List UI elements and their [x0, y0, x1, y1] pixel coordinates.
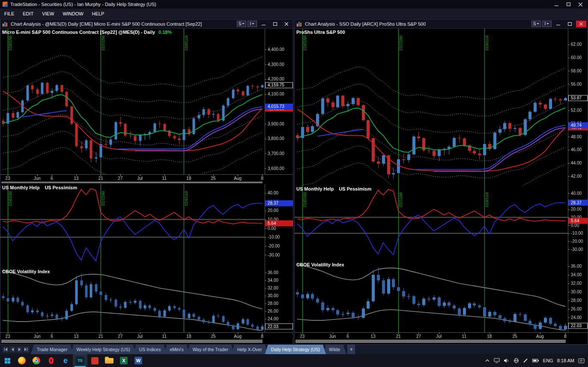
- sso-oscillator-panel: US Monthly HelpUS Pessimism: [295, 185, 588, 261]
- screen: TradeStation - Securities (US) - Ian Mur…: [0, 0, 588, 367]
- app-restore-button[interactable]: [562, 0, 574, 8]
- chevron-up-icon[interactable]: [485, 358, 490, 363]
- maximize-button[interactable]: [270, 21, 280, 27]
- battery-icon[interactable]: [532, 358, 539, 363]
- volume-icon[interactable]: [504, 358, 510, 363]
- style-button[interactable]: S: [237, 21, 246, 27]
- app-titlebar: TradeStation - Securities (US) - Ian Mur…: [0, 0, 588, 9]
- scrollbar-thumb[interactable]: [1, 182, 263, 183]
- workspace: Chart Analysis - @MES(D) Daily [CME] Mic…: [0, 19, 588, 345]
- minimize-icon: [556, 25, 560, 25]
- horizontal-scrollbar[interactable]: [295, 339, 588, 344]
- mes-price-chart[interactable]: [0, 29, 293, 174]
- tab-scroll-prev-button[interactable]: [9, 346, 15, 352]
- horizontal-scrollbar[interactable]: [0, 339, 293, 344]
- app-minimize-button[interactable]: [550, 0, 562, 8]
- minimize-button[interactable]: [258, 21, 269, 27]
- tab-scroll-first-button[interactable]: [3, 346, 9, 352]
- tab-way-of-the-trader[interactable]: Way of the Trader: [187, 345, 234, 354]
- windows-logo-icon: [5, 358, 10, 364]
- monitor-icon[interactable]: [494, 358, 500, 363]
- workspace-tabbar: Trade Manager Weekly Help Strategy (US) …: [0, 345, 588, 354]
- minimize-icon: [555, 6, 558, 6]
- tab-wilde[interactable]: Wilde: [323, 345, 346, 354]
- chevron-down-icon: [537, 23, 539, 24]
- style-button[interactable]: S: [531, 21, 541, 27]
- taskbar-red-app-icon[interactable]: [87, 354, 102, 367]
- tab-scroll-next-button[interactable]: [16, 346, 22, 352]
- edge-icon: e: [63, 357, 68, 364]
- minimize-button[interactable]: [553, 21, 563, 27]
- chevron-down-icon: [242, 23, 245, 24]
- tradestation-icon: TS: [76, 356, 84, 365]
- taskbar-word-icon[interactable]: W: [131, 354, 146, 367]
- arrow-right-icon: [18, 348, 21, 351]
- word-icon: W: [134, 357, 142, 364]
- app-close-button[interactable]: [574, 0, 586, 8]
- language-indicator[interactable]: ENG: [543, 358, 553, 363]
- excel-icon: X: [120, 357, 128, 364]
- pen-icon[interactable]: [523, 358, 528, 363]
- menu-view[interactable]: VIEW: [38, 9, 58, 18]
- chevron-down-icon: [546, 23, 549, 24]
- taskbar-chrome-icon[interactable]: [29, 354, 44, 367]
- date-axis: [0, 332, 293, 339]
- scrollbar-thumb[interactable]: [1, 340, 263, 343]
- new-tab-button[interactable]: +: [347, 345, 355, 354]
- menu-help[interactable]: HELP: [88, 9, 109, 18]
- restore-icon: [567, 3, 570, 6]
- chart-analysis-icon: [297, 21, 303, 27]
- tab-daily-help-strategy[interactable]: Daily Help Strategy (US): [265, 345, 326, 354]
- interval-button[interactable]: I: [248, 21, 257, 27]
- chevron-down-icon: [252, 23, 254, 24]
- vix-chart[interactable]: [295, 261, 588, 332]
- tab-weekly-help-strategy[interactable]: Weekly Help Strategy (US): [70, 345, 136, 354]
- vix-chart[interactable]: [0, 268, 293, 332]
- windows-taskbar: e TS X W ENG 8:18 AM: [0, 354, 588, 367]
- system-tray: ENG 8:18 AM: [485, 358, 588, 364]
- app-title: TradeStation - Securities (US) - Ian Mur…: [10, 2, 156, 7]
- menu-edit[interactable]: EDIT: [18, 9, 38, 18]
- tab-trade-manager[interactable]: Trade Manager: [31, 345, 73, 354]
- maximize-icon: [273, 22, 277, 26]
- tab-us-indices[interactable]: US Indices: [133, 345, 167, 354]
- minimize-icon: [262, 25, 266, 25]
- close-button[interactable]: [281, 21, 292, 27]
- opera-icon: [49, 357, 54, 364]
- taskbar-opera-icon[interactable]: [44, 354, 58, 367]
- folder-icon: [105, 358, 113, 364]
- mes-vix-panel: CBOE Volatility Index: [0, 268, 293, 332]
- mes-price-panel: Micro E-mini S&P 500 Continuous Contract…: [0, 29, 293, 174]
- taskbar-excel-icon[interactable]: X: [116, 354, 131, 367]
- taskbar-file-explorer-icon[interactable]: [102, 354, 116, 367]
- tab-eminis[interactable]: eMini's: [164, 345, 189, 354]
- tradestation-logo-icon: [3, 2, 8, 7]
- oscillator-chart[interactable]: [0, 184, 293, 268]
- taskbar-firefox-icon[interactable]: [15, 354, 29, 367]
- sso-window-titlebar: Chart Analysis - SSO Daily [ARCX] ProShs…: [295, 19, 588, 29]
- taskbar-tradestation-icon[interactable]: TS: [73, 354, 87, 367]
- chart-analysis-icon: [3, 21, 9, 27]
- date-axis: [295, 332, 588, 339]
- clock[interactable]: 8:18 AM: [557, 358, 574, 363]
- sso-price-chart[interactable]: [295, 29, 588, 185]
- horizontal-scrollbar[interactable]: [0, 181, 293, 184]
- menu-file[interactable]: FILE: [0, 9, 18, 18]
- mes-window-title: Chart Analysis - @MES(D) Daily [CME] Mic…: [11, 21, 235, 27]
- taskbar-edge-icon[interactable]: e: [58, 354, 73, 367]
- chart-window-mes: Chart Analysis - @MES(D) Daily [CME] Mic…: [0, 19, 293, 345]
- interval-button[interactable]: I: [542, 21, 552, 27]
- scrollbar-thumb[interactable]: [295, 340, 566, 343]
- chart-window-sso: Chart Analysis - SSO Daily [ARCX] ProShs…: [294, 19, 588, 345]
- maximize-button[interactable]: [564, 21, 575, 27]
- network-icon[interactable]: [513, 358, 519, 363]
- oscillator-chart[interactable]: [295, 185, 588, 261]
- close-button[interactable]: [576, 21, 586, 27]
- notification-icon[interactable]: [578, 358, 585, 364]
- tab-help-x-over[interactable]: Help X-Over: [231, 345, 268, 354]
- start-button[interactable]: [0, 354, 15, 367]
- tab-scroll-last-button[interactable]: [23, 346, 29, 352]
- sso-window-title: Chart Analysis - SSO Daily [ARCX] ProShs…: [305, 21, 530, 27]
- chrome-icon: [33, 357, 40, 364]
- menu-window[interactable]: WINDOW: [58, 9, 87, 18]
